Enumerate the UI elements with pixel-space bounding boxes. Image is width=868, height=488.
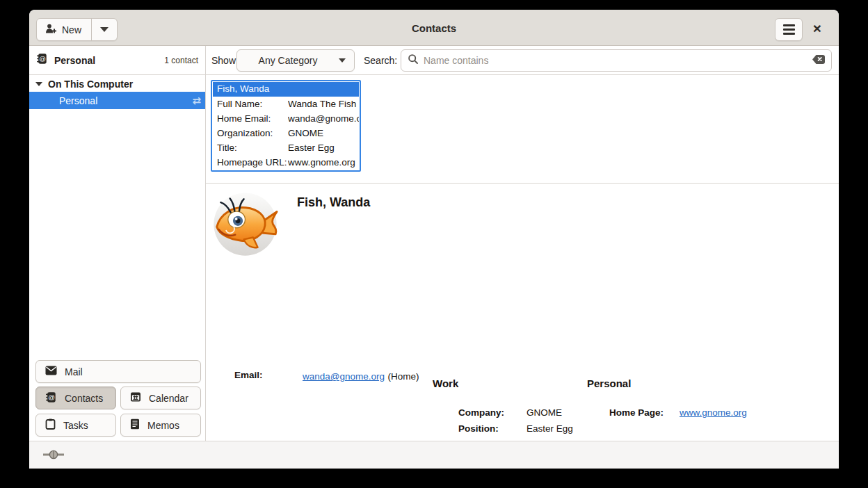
chevron-down-icon [100, 27, 108, 32]
new-dropdown-button[interactable] [92, 19, 117, 40]
switcher-tasks-button[interactable]: Tasks [35, 414, 116, 437]
new-button-label: New [62, 24, 81, 35]
switcher-mail-button[interactable]: Mail [35, 360, 201, 383]
addressbook-icon: @ [36, 53, 48, 67]
tasks-icon [45, 418, 56, 432]
main-area: On This Computer Personal ⇄ Mail [29, 75, 839, 441]
company-label: Company: [458, 407, 504, 418]
position-value: Easter Egg [527, 423, 573, 434]
evolution-window: Contacts New × [29, 10, 839, 469]
tree-item-label: Personal [59, 95, 97, 106]
close-icon: × [813, 20, 821, 37]
avatar [212, 191, 278, 257]
work-section-heading: Work [433, 377, 458, 389]
contact-display-name: Fish, Wanda [297, 195, 370, 210]
minicard-row: Title: Easter Egg [213, 140, 359, 155]
addressbook-name: Personal [54, 55, 158, 66]
mail-icon [45, 366, 57, 377]
svg-text:@: @ [48, 393, 55, 400]
contact-count: 1 contact [164, 56, 198, 65]
sidebar: On This Computer Personal ⇄ Mail [29, 75, 206, 441]
tree-root-label: On This Computer [48, 79, 133, 90]
category-value: Any Category [237, 55, 339, 66]
tree-item-personal[interactable]: Personal ⇄ [29, 92, 205, 109]
switcher-memos-label: Memos [147, 420, 179, 431]
online-status-icon[interactable] [43, 449, 64, 463]
sync-icon[interactable]: ⇄ [192, 92, 201, 109]
search-label: Search: [364, 46, 397, 74]
company-value: GNOME [527, 407, 562, 418]
contact-list-pane: Fish, Wanda Full Name: Wanda The Fish Ho… [206, 75, 839, 183]
tree-root-on-this-computer[interactable]: On This Computer [29, 76, 205, 92]
contact-preview-pane: Fish, Wanda Email: wanda@gnome.org (Home… [206, 184, 839, 441]
show-label: Show: [211, 46, 239, 74]
switcher-tasks-label: Tasks [63, 420, 88, 431]
email-label: Email: [234, 370, 263, 380]
expander-icon[interactable] [35, 82, 42, 86]
headerbar: Contacts New × [29, 10, 839, 46]
search-field[interactable] [401, 49, 832, 72]
app-menu-button[interactable] [775, 18, 803, 41]
svg-text:@: @ [39, 55, 46, 63]
personal-section-heading: Personal [587, 377, 631, 389]
minicard-header: Fish, Wanda [213, 82, 359, 97]
minicard-row: Homepage URL: www.gnome.org [213, 155, 359, 170]
switcher-calendar-button[interactable]: Calendar [120, 387, 201, 409]
contacts-icon: @ [45, 391, 57, 405]
minicard-row: Organization: GNOME [213, 126, 359, 140]
memos-icon [130, 418, 140, 432]
clear-search-icon[interactable] [812, 54, 826, 67]
toolbar-row: @ Personal 1 contact Show: Any Category … [29, 46, 839, 75]
window-title: Contacts [29, 10, 839, 46]
contact-minicard[interactable]: Fish, Wanda Full Name: Wanda The Fish Ho… [211, 80, 361, 172]
switcher-contacts-label: Contacts [65, 393, 103, 404]
email-link[interactable]: wanda@gnome.org [303, 371, 385, 382]
category-dropdown[interactable]: Any Category [236, 49, 355, 72]
new-contact-button[interactable]: New [37, 19, 92, 40]
hamburger-icon [783, 24, 795, 26]
homepage-label: Home Page: [609, 407, 664, 418]
calendar-icon [130, 391, 141, 405]
chevron-down-icon [339, 58, 346, 63]
search-icon [408, 54, 419, 67]
close-button[interactable]: × [805, 17, 829, 40]
new-contact-split-button[interactable]: New [36, 18, 118, 41]
switcher-calendar-label: Calendar [149, 393, 188, 404]
homepage-link[interactable]: www.gnome.org [680, 407, 747, 418]
email-context: (Home) [387, 371, 419, 382]
position-label: Position: [458, 423, 499, 434]
switcher-mail-label: Mail [65, 366, 83, 377]
switcher-contacts-button[interactable]: @ Contacts [35, 387, 116, 409]
minicard-row: Home Email: wanda@gnome.org [213, 111, 359, 126]
new-contact-icon [45, 23, 57, 36]
statusbar [29, 441, 839, 469]
minicard-row: Full Name: Wanda The Fish [213, 97, 359, 111]
switcher-memos-button[interactable]: Memos [120, 414, 201, 437]
search-input[interactable] [424, 55, 807, 66]
addressbook-header: @ Personal 1 contact [29, 46, 206, 74]
